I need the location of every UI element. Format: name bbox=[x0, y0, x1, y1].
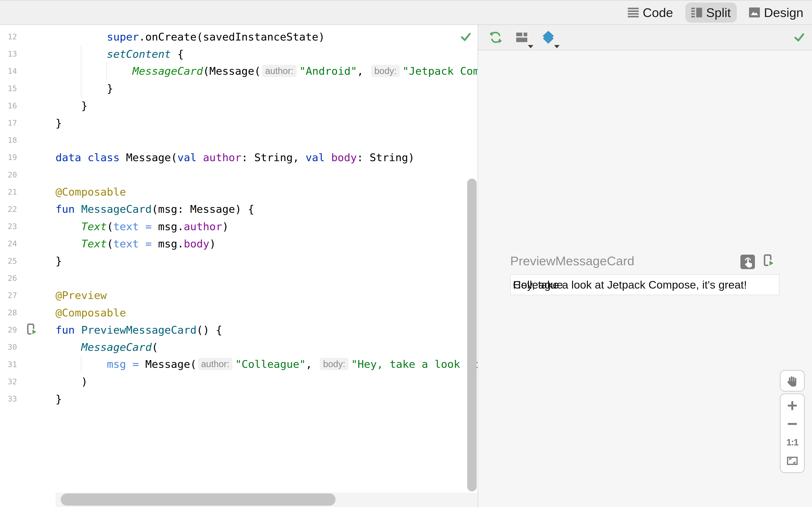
code-segment: data bbox=[55, 151, 81, 164]
indent-guide bbox=[106, 62, 107, 80]
code-line[interactable]: 19data class Message(val author: String,… bbox=[0, 149, 477, 166]
preview-text-body: Hey, take a look at Jetpack Compose, it'… bbox=[513, 278, 747, 291]
tab-code[interactable]: Code bbox=[622, 2, 679, 23]
vertical-scrollbar[interactable] bbox=[467, 179, 477, 491]
line-number[interactable]: 15 bbox=[0, 84, 17, 93]
code-line[interactable]: 27@Preview bbox=[0, 287, 477, 304]
gutter bbox=[17, 218, 55, 235]
line-number[interactable]: 17 bbox=[0, 118, 17, 127]
horizontal-scrollbar[interactable] bbox=[61, 494, 336, 506]
code-text: setContent { bbox=[55, 48, 184, 60]
inspections-ok-icon[interactable] bbox=[459, 30, 472, 43]
code-line[interactable]: 30 MessageCard( bbox=[0, 338, 477, 355]
design-icon bbox=[749, 7, 760, 17]
line-number[interactable]: 30 bbox=[0, 342, 17, 351]
line-number[interactable]: 31 bbox=[0, 360, 17, 369]
code-text: Text(text = msg.author) bbox=[55, 220, 229, 233]
code-line[interactable]: 22fun MessageCard(msg: Message) { bbox=[0, 201, 477, 218]
code-segment: author bbox=[184, 220, 222, 233]
code-line[interactable]: 25} bbox=[0, 252, 477, 269]
preview-rendered-card[interactable]: Colleague Hey, take a look at Jetpack Co… bbox=[510, 274, 779, 295]
gutter bbox=[17, 390, 55, 407]
line-number[interactable]: 19 bbox=[0, 153, 17, 162]
code-editor[interactable]: 12 super.onCreate(savedInstanceState)13 … bbox=[0, 25, 477, 507]
code-text: fun PreviewMessageCard() { bbox=[55, 324, 222, 336]
gutter bbox=[17, 131, 55, 149]
refresh-preview-button[interactable] bbox=[489, 30, 503, 45]
code-line[interactable]: 33} bbox=[0, 390, 477, 407]
line-number[interactable]: 32 bbox=[0, 377, 17, 386]
code-line[interactable]: 29 fun PreviewMessageCard() { bbox=[0, 321, 477, 338]
interactive-preview-icon[interactable] bbox=[741, 255, 755, 269]
line-number[interactable]: 14 bbox=[0, 66, 17, 75]
chevron-down-icon bbox=[528, 45, 533, 48]
code-segment: msg. bbox=[158, 237, 184, 250]
gutter bbox=[17, 235, 55, 252]
gutter bbox=[17, 114, 55, 131]
tab-split[interactable]: Split bbox=[686, 2, 737, 23]
code-line[interactable]: 15 } bbox=[0, 80, 477, 97]
code-line[interactable]: 24 Text(text = msg.body) bbox=[0, 235, 477, 252]
code-line[interactable]: 13 setContent { bbox=[0, 45, 477, 62]
line-number[interactable]: 24 bbox=[0, 239, 17, 248]
line-number[interactable]: 23 bbox=[0, 222, 17, 231]
code-segment: , bbox=[357, 65, 370, 77]
code-line[interactable]: 17} bbox=[0, 114, 477, 131]
line-number[interactable]: 18 bbox=[0, 135, 17, 145]
line-number[interactable]: 26 bbox=[0, 274, 17, 283]
actual-size-button[interactable]: 1:1 bbox=[780, 434, 804, 452]
layout-options-button[interactable] bbox=[515, 30, 529, 45]
zoom-in-button[interactable] bbox=[780, 397, 804, 415]
run-preview-icon[interactable] bbox=[25, 323, 38, 336]
gutter bbox=[17, 62, 55, 80]
code-text: super.onCreate(savedInstanceState) bbox=[55, 31, 325, 43]
zoom-out-button[interactable] bbox=[780, 415, 804, 433]
compose-preview-pane: PreviewMessageCard Colleague Hey, take a… bbox=[478, 25, 812, 507]
code-line[interactable]: 23 Text(text = msg.author) bbox=[0, 218, 477, 235]
tab-design[interactable]: Design bbox=[743, 2, 809, 23]
run-preview-icon[interactable] bbox=[762, 254, 776, 268]
code-line[interactable]: 31 msg = Message(author:"Colleague", bod… bbox=[0, 356, 477, 373]
code-line[interactable]: 18 bbox=[0, 131, 477, 149]
gutter bbox=[17, 304, 55, 321]
line-number[interactable]: 28 bbox=[0, 308, 17, 317]
split-icon bbox=[691, 7, 702, 17]
code-line[interactable]: 20 bbox=[0, 166, 477, 183]
code-segment: ( bbox=[107, 237, 113, 250]
code-line[interactable]: 12 super.onCreate(savedInstanceState) bbox=[0, 28, 477, 45]
code-text: @Preview bbox=[55, 289, 107, 301]
line-number[interactable]: 33 bbox=[0, 394, 17, 403]
line-number[interactable]: 25 bbox=[0, 257, 17, 266]
line-number[interactable]: 20 bbox=[0, 170, 17, 179]
layers-button[interactable] bbox=[541, 30, 556, 45]
code-segment bbox=[55, 220, 81, 233]
code-segment bbox=[81, 151, 88, 164]
line-number[interactable]: 13 bbox=[0, 49, 17, 58]
code-line[interactable]: 32 ) bbox=[0, 373, 477, 390]
code-segment: body bbox=[331, 151, 357, 164]
code-line[interactable]: 21@Composable bbox=[0, 183, 477, 201]
line-number[interactable]: 27 bbox=[0, 291, 17, 300]
code-text: ) bbox=[55, 375, 88, 388]
line-number[interactable]: 12 bbox=[0, 32, 17, 41]
code-segment: , bbox=[306, 358, 318, 370]
code-line[interactable]: 16 } bbox=[0, 97, 477, 114]
fit-to-screen-button[interactable] bbox=[780, 452, 804, 470]
code-segment: @Composable bbox=[55, 186, 126, 198]
line-number[interactable]: 22 bbox=[0, 205, 17, 214]
code-segment bbox=[55, 31, 107, 43]
code-segment: : String, bbox=[242, 151, 306, 164]
code-segment: } bbox=[55, 255, 62, 267]
inline-parameter-hint: body: bbox=[320, 358, 348, 370]
preview-canvas[interactable]: PreviewMessageCard Colleague Hey, take a… bbox=[478, 50, 812, 507]
gutter bbox=[17, 252, 55, 269]
code-line[interactable]: 26 bbox=[0, 270, 477, 287]
code-line[interactable]: 28@Composable bbox=[0, 304, 477, 321]
pan-button[interactable] bbox=[780, 370, 805, 392]
line-number[interactable]: 29 bbox=[0, 325, 17, 334]
code-line[interactable]: 14 MessageCard(Message(author:"Android",… bbox=[0, 62, 477, 80]
line-number[interactable]: 21 bbox=[0, 187, 17, 196]
line-number[interactable]: 16 bbox=[0, 101, 17, 110]
code-segment: Text bbox=[81, 237, 107, 250]
code-segment: fun bbox=[55, 324, 75, 336]
